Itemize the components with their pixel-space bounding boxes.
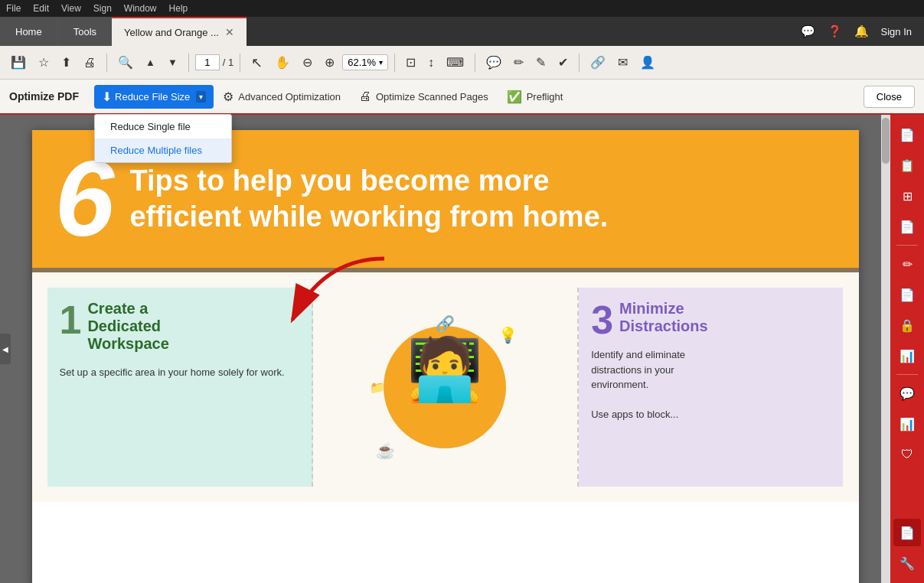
separator2 bbox=[188, 54, 189, 72]
keyboard-button[interactable]: ⌨ bbox=[442, 52, 469, 73]
menu-view[interactable]: View bbox=[61, 3, 81, 14]
save-button[interactable]: 💾 bbox=[6, 52, 31, 73]
center-illustration: 🧑‍💻 🔗 ☕ 💡 📁 bbox=[368, 311, 521, 464]
close-button[interactable]: Close bbox=[864, 86, 915, 108]
notifications-icon[interactable]: 🔔 bbox=[854, 24, 869, 38]
scrollbar[interactable] bbox=[881, 115, 890, 583]
tab-home[interactable]: Home bbox=[0, 17, 57, 46]
content-area: ◀ 6 bbox=[0, 115, 924, 583]
page-down-button[interactable]: ▼ bbox=[163, 54, 182, 71]
scan-icon: 🖨 bbox=[359, 90, 371, 103]
collapse-panel-button[interactable]: ◀ bbox=[0, 334, 11, 364]
page-number-input[interactable] bbox=[195, 54, 220, 70]
pdf-document: 6 Tips to help you become more efficient… bbox=[32, 130, 859, 583]
reduce-multiple-item[interactable]: Reduce Multiple files bbox=[95, 138, 231, 162]
zoom-out2-button[interactable]: ⊖ bbox=[298, 52, 317, 73]
menu-edit[interactable]: Edit bbox=[33, 3, 49, 14]
preflight-button[interactable]: ✅ Preflight bbox=[498, 85, 573, 109]
pdf-area[interactable]: ◀ 6 bbox=[0, 115, 890, 583]
preflight-label: Preflight bbox=[527, 91, 563, 103]
scrollbar-thumb[interactable] bbox=[882, 118, 890, 164]
rp-shield-button[interactable]: 🛡 bbox=[893, 441, 921, 468]
dropdown-arrow-icon[interactable]: ▾ bbox=[196, 91, 206, 103]
tab-right-actions: 💬 ❓ 🔔 Sign In bbox=[801, 17, 924, 46]
rp-compare-button[interactable]: 📊 bbox=[893, 342, 921, 370]
separator5 bbox=[475, 54, 475, 72]
tips-grid: 1 Create aDedicatedWorkspace Set up a sp… bbox=[32, 272, 859, 502]
rp-separator2 bbox=[896, 374, 918, 375]
menu-sign[interactable]: Sign bbox=[93, 3, 112, 14]
illustration-person: 🧑‍💻 bbox=[406, 334, 483, 405]
rp-edit-button[interactable]: ✏ bbox=[893, 250, 921, 278]
menu-window[interactable]: Window bbox=[124, 3, 157, 14]
share2-button[interactable]: 👤 bbox=[635, 52, 660, 73]
rp-separator bbox=[896, 245, 918, 246]
rp-export2-button[interactable]: 📋 bbox=[893, 151, 921, 179]
zoom-out-button[interactable]: 🔍 bbox=[113, 52, 138, 73]
banner-line2: efficient while working from home. bbox=[129, 200, 608, 233]
zoom-in-button[interactable]: ⊕ bbox=[320, 52, 339, 73]
rp-bottom-button[interactable]: 📄 bbox=[893, 519, 921, 546]
tip1-title: Create aDedicatedWorkspace bbox=[87, 300, 168, 353]
comment-icon[interactable]: 💬 bbox=[801, 24, 815, 38]
advanced-label: Advanced Optimization bbox=[238, 91, 341, 103]
tab-document[interactable]: Yellow and Orange ... ✕ bbox=[112, 17, 247, 46]
hand-tool-button[interactable]: ✋ bbox=[270, 52, 295, 73]
page-indicator: / 1 bbox=[195, 54, 233, 70]
advanced-optimization-button[interactable]: ⚙ Advanced Optimization bbox=[214, 85, 350, 109]
panel-title: Optimize PDF bbox=[9, 90, 79, 103]
scanned-label: Optimize Scanned Pages bbox=[376, 91, 488, 103]
reduce-label: Reduce File Size bbox=[115, 91, 190, 103]
rp-protect-button[interactable]: 🔒 bbox=[893, 311, 921, 339]
rp-scan-button[interactable]: 📄 bbox=[893, 281, 921, 308]
illus-icon-top: 🔗 bbox=[436, 314, 455, 333]
tab-tools[interactable]: Tools bbox=[58, 17, 112, 46]
reduce-dropdown-menu: Reduce Single file Reduce Multiple files bbox=[94, 114, 232, 163]
rp-settings-button[interactable]: 🔧 bbox=[893, 549, 921, 577]
illus-icon-right: 💡 bbox=[498, 326, 518, 344]
scroll-button[interactable]: ↕ bbox=[423, 53, 439, 73]
optimize-panel: Optimize PDF ⬇ Reduce File Size ▾ Reduce… bbox=[0, 80, 924, 115]
sign-in-button[interactable]: Sign In bbox=[881, 26, 912, 37]
menu-file[interactable]: File bbox=[6, 3, 21, 14]
help-icon[interactable]: ❓ bbox=[828, 24, 842, 38]
optimize-scanned-button[interactable]: 🖨 Optimize Scanned Pages bbox=[350, 85, 498, 108]
print-button[interactable]: 🖨 bbox=[79, 53, 100, 73]
right-panel: 📄 📋 ⊞ 📄 ✏ 📄 🔒 📊 💬 📊 🛡 📄 🔧 bbox=[890, 115, 924, 583]
select-tool-button[interactable]: ↖ bbox=[247, 51, 267, 74]
stamp-button[interactable]: ✔ bbox=[553, 52, 573, 73]
rp-organize-button[interactable]: 📄 bbox=[893, 213, 921, 240]
edit-button[interactable]: ✎ bbox=[531, 52, 550, 73]
reduce-single-item[interactable]: Reduce Single file bbox=[95, 115, 231, 138]
reduce-file-size-container: ⬇ Reduce File Size ▾ Reduce Single file … bbox=[94, 85, 214, 109]
share-button[interactable]: ⬆ bbox=[57, 52, 76, 73]
toolbar: 💾 ☆ ⬆ 🖨 🔍 ▲ ▼ / 1 ↖ ✋ ⊖ ⊕ 62.1% ▾ ⊡ ↕ ⌨ … bbox=[0, 46, 924, 80]
mail-button[interactable]: ✉ bbox=[613, 52, 632, 73]
rp-comment-button[interactable]: 💬 bbox=[893, 379, 921, 407]
banner-text: Tips to help you become more efficient w… bbox=[129, 163, 608, 236]
rp-chart-button[interactable]: 📊 bbox=[893, 410, 921, 438]
banner-line1: Tips to help you become more bbox=[129, 164, 549, 197]
tip-card-center: 🧑‍💻 🔗 ☕ 💡 📁 bbox=[313, 288, 579, 487]
illus-icon-bottom-left: ☕ bbox=[376, 441, 395, 460]
rp-export-pdf-button[interactable]: 📄 bbox=[893, 121, 921, 148]
reduce-icon: ⬇ bbox=[102, 90, 112, 104]
separator4 bbox=[394, 54, 395, 72]
comment-tool-button[interactable]: 💬 bbox=[482, 52, 506, 73]
tip-card-1: 1 Create aDedicatedWorkspace Set up a sp… bbox=[47, 288, 313, 487]
tab-close-button[interactable]: ✕ bbox=[225, 26, 234, 38]
preflight-icon: ✅ bbox=[507, 90, 522, 104]
separator6 bbox=[579, 54, 580, 72]
tab-bar: Home Tools Yellow and Orange ... ✕ 💬 ❓ 🔔… bbox=[0, 17, 924, 46]
zoom-dropdown[interactable]: 62.1% ▾ bbox=[342, 54, 388, 70]
fit-page-button[interactable]: ⊡ bbox=[401, 52, 420, 73]
bookmark-button[interactable]: ☆ bbox=[34, 52, 54, 73]
tip3-title: MinimizeDistractions bbox=[619, 300, 708, 335]
zoom-arrow-icon: ▾ bbox=[379, 58, 383, 67]
reduce-file-size-button[interactable]: ⬇ Reduce File Size ▾ bbox=[94, 85, 214, 109]
page-up-button[interactable]: ▲ bbox=[141, 54, 160, 71]
link-button[interactable]: 🔗 bbox=[586, 52, 610, 73]
pen-button[interactable]: ✏ bbox=[509, 52, 528, 73]
menu-help[interactable]: Help bbox=[169, 3, 188, 14]
rp-combine-button[interactable]: ⊞ bbox=[893, 182, 921, 210]
